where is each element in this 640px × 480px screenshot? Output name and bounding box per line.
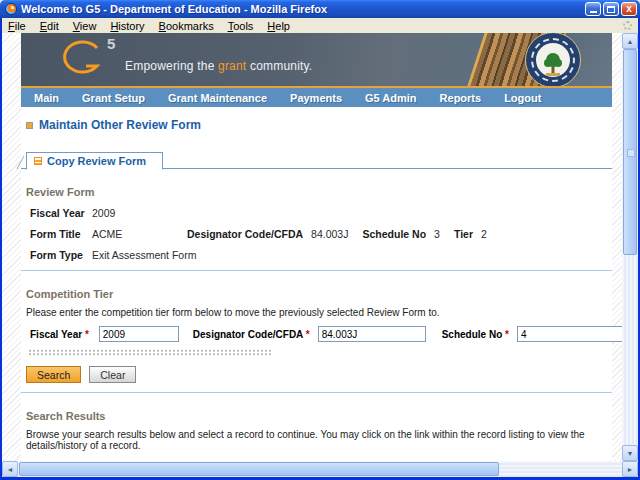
nav-main[interactable]: Main bbox=[34, 92, 59, 104]
scroll-down-icon[interactable]: ▼ bbox=[622, 445, 638, 461]
nav-reports[interactable]: Reports bbox=[440, 92, 482, 104]
review-form-type-row: Form Type Exit Assessment Form bbox=[30, 249, 612, 261]
schedule-no-input[interactable] bbox=[517, 326, 622, 342]
vertical-scroll-thumb[interactable] bbox=[623, 49, 637, 255]
banner-tagline: Empowering the grant community. bbox=[125, 59, 312, 73]
maximize-button[interactable] bbox=[603, 2, 619, 16]
review-tier-value: 2 bbox=[481, 228, 487, 240]
menu-tools[interactable]: Tools bbox=[228, 20, 254, 32]
form-icon bbox=[34, 157, 42, 165]
browser-viewport: 5 Empowering the grant community. bbox=[2, 33, 638, 477]
scroll-up-icon[interactable]: ▲ bbox=[622, 33, 638, 49]
horizontal-scroll-thumb[interactable] bbox=[19, 462, 499, 476]
designator-code-input[interactable] bbox=[318, 326, 426, 342]
nav-logout[interactable]: Logout bbox=[504, 92, 541, 104]
required-asterisk: * bbox=[306, 329, 310, 340]
search-results-heading: Search Results bbox=[26, 410, 612, 422]
g5-logo-icon bbox=[57, 39, 103, 79]
close-button[interactable]: x bbox=[621, 2, 637, 16]
vertical-scrollbar[interactable]: ▲ ▼ bbox=[622, 33, 638, 461]
competition-tier-form: Fiscal Year * Designator Code/CFDA * Sch… bbox=[30, 326, 612, 342]
nav-grant-setup[interactable]: Grant Setup bbox=[82, 92, 145, 104]
search-button[interactable]: Search bbox=[26, 366, 81, 383]
required-asterisk: * bbox=[505, 329, 509, 340]
review-form-title-value: ACME bbox=[92, 228, 187, 240]
horizontal-scrollbar[interactable]: ◄ ► bbox=[2, 461, 638, 477]
review-designator-value: 84.003J bbox=[311, 228, 348, 240]
review-form-fiscal-row: Fiscal Year 2009 bbox=[30, 207, 612, 219]
page-title: Maintain Other Review Form bbox=[39, 118, 201, 132]
page-content: 5 Empowering the grant community. bbox=[21, 33, 612, 461]
review-schedule-value: 3 bbox=[434, 228, 440, 240]
section-divider bbox=[21, 392, 612, 393]
throbber-icon bbox=[623, 21, 632, 30]
g5-logo-five: 5 bbox=[107, 35, 116, 52]
menu-bar: File Edit View History Bookmarks Tools H… bbox=[2, 18, 638, 33]
menu-view[interactable]: View bbox=[73, 20, 97, 32]
browser-window: Welcome to G5 - Department of Education … bbox=[0, 0, 640, 480]
menu-file[interactable]: File bbox=[8, 20, 26, 32]
search-results-instruction: Browse your search results below and sel… bbox=[26, 429, 612, 451]
department-of-education-seal bbox=[525, 33, 581, 86]
competition-tier-instruction: Please enter the competition tier form b… bbox=[26, 307, 612, 318]
title-bar: Welcome to G5 - Department of Education … bbox=[0, 0, 640, 18]
web-page: 5 Empowering the grant community. bbox=[2, 33, 622, 461]
scroll-left-icon[interactable]: ◄ bbox=[2, 461, 18, 477]
nav-payments[interactable]: Payments bbox=[290, 92, 342, 104]
section-divider bbox=[21, 270, 612, 271]
tab-copy-review-form[interactable]: Copy Review Form bbox=[26, 152, 163, 170]
menu-help[interactable]: Help bbox=[267, 20, 290, 32]
seal-tree-icon bbox=[542, 51, 564, 77]
required-asterisk: * bbox=[85, 329, 89, 340]
review-form-heading: Review Form bbox=[26, 186, 612, 198]
g5-banner: 5 Empowering the grant community. bbox=[21, 33, 612, 86]
minimize-button[interactable] bbox=[585, 2, 601, 16]
clear-button[interactable]: Clear bbox=[89, 366, 136, 383]
menu-bookmarks[interactable]: Bookmarks bbox=[159, 20, 214, 32]
window-title: Welcome to G5 - Department of Education … bbox=[21, 3, 585, 15]
nav-grant-maintenance[interactable]: Grant Maintenance bbox=[168, 92, 267, 104]
nav-g5-admin[interactable]: G5 Admin bbox=[365, 92, 417, 104]
review-form-detail-row: Form Title ACME Designator Code/CFDA 84.… bbox=[30, 228, 612, 240]
dotted-focus-strip bbox=[28, 349, 271, 356]
main-nav: Main Grant Setup Grant Maintenance Payme… bbox=[21, 88, 612, 107]
review-fiscal-year-value: 2009 bbox=[92, 207, 115, 219]
firefox-icon bbox=[5, 3, 17, 15]
page-title-bullet-icon bbox=[26, 122, 33, 129]
fiscal-year-input[interactable] bbox=[99, 326, 179, 342]
competition-tier-heading: Competition Tier bbox=[26, 288, 612, 300]
review-form-type-value: Exit Assessment Form bbox=[92, 249, 196, 261]
menu-edit[interactable]: Edit bbox=[40, 20, 59, 32]
menu-history[interactable]: History bbox=[110, 20, 144, 32]
scroll-right-icon[interactable]: ► bbox=[622, 461, 638, 477]
tab-strip: Copy Review Form bbox=[21, 151, 612, 169]
